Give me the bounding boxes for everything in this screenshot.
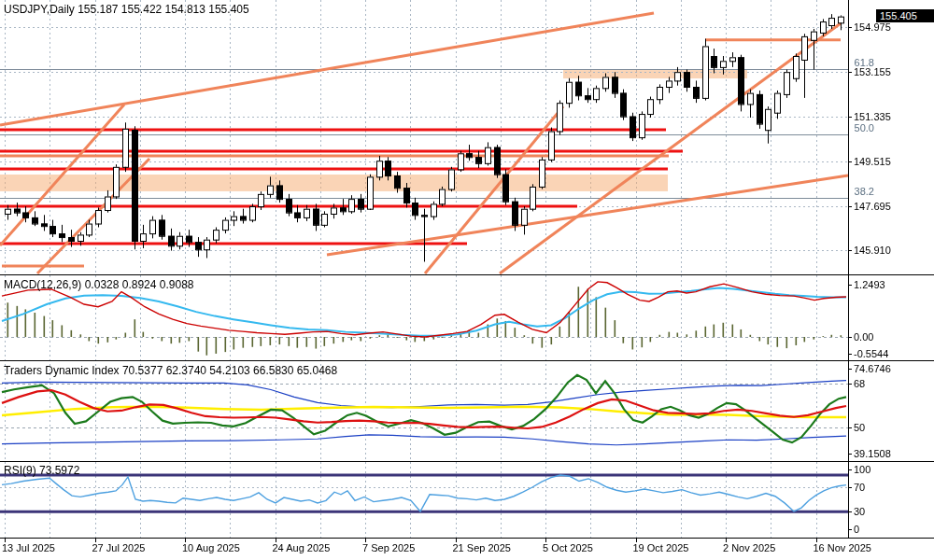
trading-chart-window: USDJPY,Daily 155.187 155.422 154.813 155… [0, 0, 934, 560]
price-axis[interactable] [848, 0, 934, 538]
chart-canvas[interactable] [0, 0, 934, 560]
time-axis[interactable] [0, 539, 934, 560]
